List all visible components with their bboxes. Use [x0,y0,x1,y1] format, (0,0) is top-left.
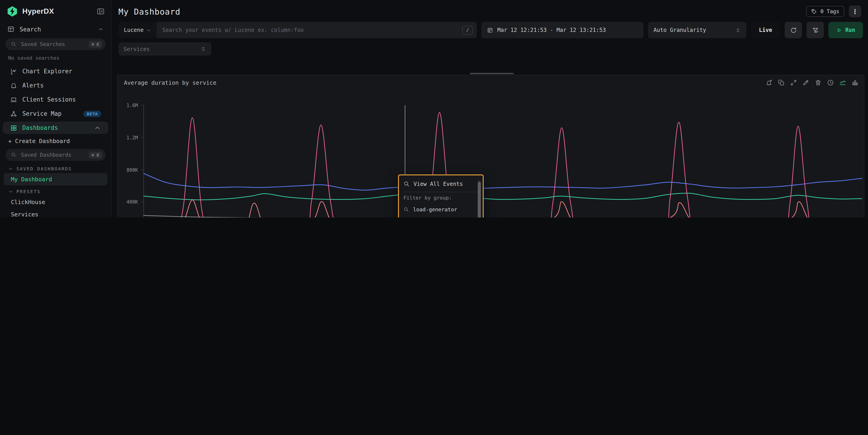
view-all-events-button[interactable]: View All Events [403,180,478,189]
shortcut-badge: ⌘ K [89,151,102,158]
y-tick-label: 800K [126,167,138,173]
series-line [144,215,862,218]
chart-context-popup: View All Events Filter by group: load-ge… [398,175,484,218]
sidebar-item-client-sessions[interactable]: Client Sessions [3,93,108,106]
date-range-picker[interactable]: Mar 12 12:21:53 - Mar 12 13:21:53 [482,22,644,38]
run-button[interactable]: Run [828,22,863,38]
line-chart-icon[interactable] [839,79,846,86]
add-alert-icon[interactable] [766,79,772,86]
chevrons-updown-icon [200,46,206,52]
series-line [144,173,862,190]
saved-searches-input[interactable] [20,40,85,48]
sidebar-item-services[interactable]: Services [0,208,111,218]
sidebar-item-service-map[interactable]: Service Map BETA [3,107,108,120]
main-content: My Dashboard 0 Tags Lucene / [112,0,868,218]
create-dashboard-button[interactable]: + Create Dashboard [0,135,111,147]
hyperdx-app: HyperDX Search ⌘ K No saved searches Cha… [0,0,868,218]
refresh-button[interactable] [785,22,802,38]
series-line-ad [144,191,862,200]
search-bar: Lucene / [118,22,477,38]
language-selector[interactable]: Lucene [118,22,157,38]
sidebar: HyperDX Search ⌘ K No saved searches Cha… [0,0,112,218]
play-icon [836,27,842,33]
edit-icon[interactable] [802,79,809,86]
refresh-icon [790,27,797,33]
history-icon[interactable] [827,79,834,86]
slash-shortcut-badge: / [462,26,473,34]
sidebar-collapse-icon[interactable] [97,7,105,15]
popup-filter-item[interactable]: load-generator [403,204,478,215]
search-icon [11,152,17,158]
services-filter-select[interactable]: Services [118,42,211,56]
chevrons-updown-icon [735,27,741,33]
y-tick-label: 400K [126,199,138,205]
sidebar-item-label: Alerts [22,82,44,89]
tag-icon [811,8,817,14]
calendar-icon [487,27,493,33]
saved-dashboards-input-wrap: ⌘ K [5,149,106,161]
topbar: My Dashboard 0 Tags [112,0,868,21]
y-tick-label: 1.6M [126,102,138,108]
hyperdx-logo-icon [6,5,18,17]
beta-badge: BETA [84,111,101,117]
search-icon [11,41,17,47]
kebab-icon [851,8,859,15]
live-button[interactable]: Live [751,22,780,38]
chevron-down-icon [8,189,13,194]
sidebar-item-clickhouse[interactable]: ClickHouse [0,196,111,208]
sidebar-item-chart-explorer[interactable]: Chart Explorer [3,65,108,77]
saved-dashboards-input[interactable] [20,151,85,158]
chart-title: Average duration by service [124,79,216,86]
event-search-input[interactable] [157,27,462,33]
presets-section-header[interactable]: PRESETS [0,185,111,196]
chevron-down-icon [147,28,151,33]
popup-scrollbar-thumb[interactable] [478,182,481,218]
panel-drag-handle[interactable] [470,73,514,74]
page-title: My Dashboard [118,7,180,16]
sidebar-group-search-label: Search [20,26,41,33]
laptop-icon [10,96,17,103]
expand-icon[interactable] [790,79,797,86]
chart-explorer-icon [10,68,17,75]
chevron-down-icon [8,166,13,171]
popup-list: load-generatorfrontend-proxyadrecommenda… [403,204,478,218]
tags-button[interactable]: 0 Tags [806,6,844,17]
query-toolbar: Lucene / Mar 12 12:21:53 - Mar 12 13:21:… [112,21,868,38]
series-line-payment [144,113,862,218]
bell-icon [10,82,17,89]
sidebar-item-label: Chart Explorer [22,68,72,75]
filter-by-group-label: Filter by group: [403,195,478,201]
sidebar-item-alerts[interactable]: Alerts [3,79,108,92]
y-axis-labels: 1.6M1.2M800K400K0 [118,105,141,218]
saved-dashboards-section-header[interactable]: SAVED DASHBOARDS [0,163,111,173]
popup-filter-item[interactable]: frontend-proxy [403,215,478,218]
bar-chart-icon[interactable] [851,79,859,86]
sidebar-group-search[interactable]: Search [0,22,111,36]
search-icon [403,181,410,187]
dashboards-icon [10,124,17,131]
chevron-up-icon [98,26,104,32]
sidebar-item-label: Client Sessions [22,96,76,103]
sidebar-item-my-dashboard[interactable]: My Dashboard [4,173,107,185]
filter-icon [812,27,818,33]
average-duration-chart[interactable] [144,105,862,218]
brand-name: HyperDX [22,7,54,15]
granularity-select[interactable]: Auto Granularity [648,22,746,38]
dashboard-menu-button[interactable] [849,5,861,17]
duplicate-icon[interactable] [778,79,785,86]
sidebar-item-label: Service Map [22,110,61,117]
sidebar-item-label: Dashboards [22,124,58,131]
chevron-up-icon [94,124,101,131]
table-icon [7,26,14,33]
panel-average-duration: Average duration by service 1.6M1.2M800K… [117,75,864,218]
filter-button[interactable] [807,22,824,38]
delete-icon[interactable] [815,79,822,86]
saved-searches-input-wrap: ⌘ K [5,38,106,50]
shortcut-badge: ⌘ K [89,41,102,48]
no-saved-searches-text: No saved searches [0,52,111,64]
search-icon [403,207,409,212]
y-tick-label: 1.2M [126,135,138,140]
sidebar-item-dashboards[interactable]: Dashboards [3,122,108,134]
service-map-icon [10,110,17,117]
series-line-flagd [144,199,862,218]
